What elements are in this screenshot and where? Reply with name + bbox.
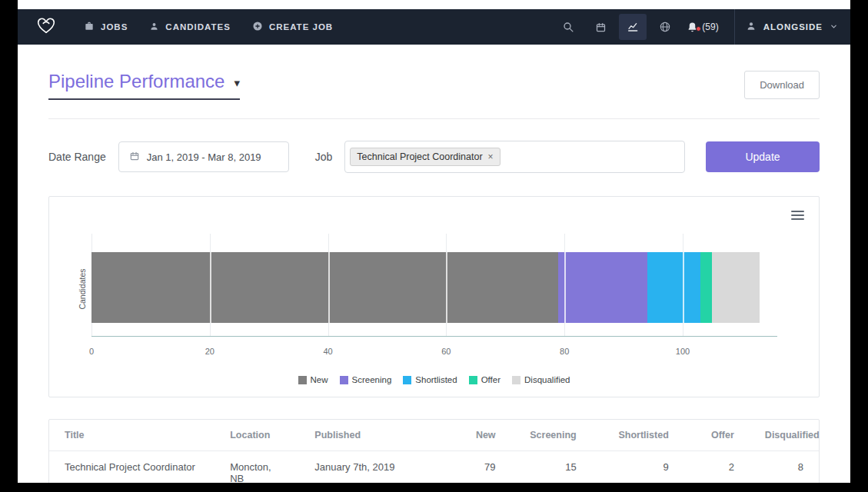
- nav-right-icons: (59) ALONGSIDE: [550, 9, 838, 45]
- person-icon: [149, 22, 159, 33]
- page-header: Pipeline Performance ▾ Download: [48, 71, 820, 100]
- legend-swatch: [469, 376, 477, 384]
- date-range-value: Jan 1, 2019 - Mar 8, 2019: [147, 151, 261, 163]
- stacked-bar: [91, 252, 760, 323]
- account-menu[interactable]: ALONGSIDE: [746, 21, 838, 33]
- legend-item: New: [298, 375, 328, 384]
- legend-label: Disqualified: [524, 375, 570, 384]
- update-button[interactable]: Update: [706, 141, 820, 172]
- table-cell: Technical Project Coordinator: [49, 451, 215, 483]
- table-header-row: TitleLocationPublishedNewScreeningShortl…: [49, 420, 819, 451]
- main-content: Pipeline Performance ▾ Download Date Ran…: [18, 71, 850, 483]
- notification-dot: [696, 26, 701, 32]
- plus-circle-icon: [252, 21, 263, 33]
- pipeline-table: TitleLocationPublishedNewScreeningShortl…: [48, 419, 820, 483]
- legend-item: Offer: [469, 375, 501, 384]
- job-tag: Technical Project Coordinator ×: [350, 148, 500, 166]
- calendar-icon[interactable]: [587, 14, 614, 40]
- account-label: ALONGSIDE: [763, 22, 823, 32]
- tag-close-icon[interactable]: ×: [488, 152, 494, 161]
- report-selector[interactable]: Pipeline Performance ▾: [48, 71, 240, 100]
- date-range-label: Date Range: [48, 151, 106, 163]
- table-body: Technical Project CoordinatorMoncton, NB…: [49, 451, 819, 483]
- x-tick-label: 60: [441, 347, 451, 356]
- legend-swatch: [298, 376, 307, 384]
- legend-item: Disqualified: [512, 375, 570, 384]
- bar-segment-new: [91, 252, 558, 323]
- x-tick-label: 80: [560, 347, 569, 356]
- bar-gridline: [210, 252, 211, 323]
- notifications-bell[interactable]: (59): [683, 22, 721, 33]
- top-navbar: JOBS CANDIDATES CREATE JOB: [18, 9, 850, 45]
- nav-menu: JOBS CANDIDATES CREATE JOB: [84, 21, 333, 33]
- column-header: Disqualified: [750, 420, 819, 450]
- download-button[interactable]: Download: [744, 71, 820, 99]
- table-cell: Moncton, NB: [215, 451, 299, 483]
- nav-item-create-job[interactable]: CREATE JOB: [252, 21, 333, 33]
- table-cell: 9: [592, 451, 684, 483]
- job-label: Job: [315, 151, 333, 163]
- x-tick-label: 0: [89, 347, 94, 356]
- calendar-small-icon: [129, 151, 140, 164]
- bar-gridline: [683, 252, 684, 323]
- table-cell: January 7th, 2019: [299, 451, 445, 483]
- bar-segment-screening: [558, 252, 647, 323]
- bar-segment-disqualified: [712, 252, 760, 323]
- header-divider: [48, 118, 820, 119]
- legend-label: Shortlisted: [415, 375, 457, 384]
- legend-swatch: [403, 376, 411, 384]
- column-header: Offer: [684, 420, 750, 450]
- chart-legend: NewScreeningShortlistedOfferDisqualified: [49, 375, 819, 384]
- legend-label: Offer: [481, 375, 501, 384]
- heart-logo-icon: [35, 14, 58, 40]
- briefcase-icon: [84, 21, 95, 33]
- nav-item-candidates[interactable]: CANDIDATES: [149, 22, 231, 33]
- analytics-chart-icon[interactable]: [619, 14, 647, 40]
- column-header: New: [446, 420, 511, 450]
- y-axis-label: Candidates: [78, 268, 87, 309]
- table-cell: 79: [446, 451, 511, 483]
- globe-icon[interactable]: [651, 14, 679, 40]
- table-row: Technical Project CoordinatorMoncton, NB…: [49, 451, 819, 483]
- chart-plot: 020406080100: [91, 234, 777, 337]
- x-tick-label: 40: [323, 347, 332, 356]
- nav-item-label: CANDIDATES: [165, 22, 231, 32]
- nav-divider: [734, 9, 735, 45]
- nav-item-jobs[interactable]: JOBS: [84, 21, 128, 33]
- legend-label: New: [311, 375, 328, 384]
- nav-item-label: JOBS: [101, 22, 128, 32]
- column-header: Title: [49, 420, 215, 450]
- job-tag-label: Technical Project Coordinator: [357, 151, 482, 162]
- legend-label: Screening: [352, 375, 392, 384]
- job-select-input[interactable]: Technical Project Coordinator ×: [344, 141, 685, 173]
- column-header: Shortlisted: [592, 420, 684, 450]
- app-window: JOBS CANDIDATES CREATE JOB: [18, 0, 850, 483]
- pipeline-chart-card: Candidates 020406080100 NewScreeningShor…: [48, 196, 820, 397]
- user-icon: [746, 21, 757, 33]
- table-cell: 8: [750, 451, 819, 483]
- column-header: Screening: [511, 420, 592, 450]
- table-cell: 2: [684, 451, 750, 483]
- column-header: Published: [299, 420, 445, 450]
- legend-swatch: [340, 376, 348, 384]
- x-tick-label: 20: [205, 347, 215, 356]
- legend-item: Shortlisted: [403, 375, 457, 384]
- chevron-down-icon: [830, 22, 838, 32]
- x-tick-label: 100: [676, 347, 690, 356]
- column-header: Location: [215, 420, 299, 450]
- bar-segment-shortlisted: [647, 252, 700, 323]
- search-icon[interactable]: [554, 14, 582, 40]
- page-title: Pipeline Performance: [48, 71, 224, 92]
- filter-bar: Date Range Jan 1, 2019 - Mar 8, 2019 Job…: [48, 141, 820, 173]
- date-range-input[interactable]: Jan 1, 2019 - Mar 8, 2019: [118, 141, 289, 172]
- chart-menu-icon[interactable]: [791, 208, 804, 222]
- legend-item: Screening: [340, 375, 392, 384]
- dropdown-caret-icon: ▾: [234, 73, 240, 90]
- alongside-logo[interactable]: [35, 14, 58, 40]
- nav-item-label: CREATE JOB: [269, 22, 333, 32]
- bar-segment-offer: [700, 252, 712, 323]
- notification-count: (59): [702, 22, 718, 32]
- table-cell: 15: [511, 451, 592, 483]
- legend-swatch: [512, 376, 520, 384]
- bar-gridline: [328, 252, 330, 323]
